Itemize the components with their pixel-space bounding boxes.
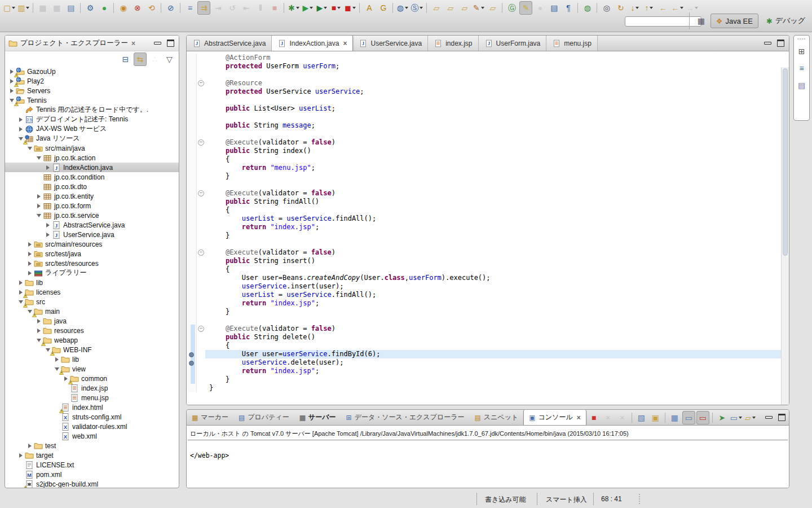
tree-item-validator-rules-xml[interactable]: Xvalidator-rules.xml [5, 422, 179, 431]
annotation-ruler[interactable] [187, 79, 196, 87]
fold-ruler[interactable] [196, 189, 205, 198]
tree-item-jp-co-tk-service[interactable]: jp.co.tk.service [5, 211, 179, 220]
perspective-javaee-button[interactable]: ❖Java EE [710, 14, 758, 28]
tree-item-userservice-java[interactable]: JUserService.java [5, 230, 179, 239]
annotation-ruler[interactable] [187, 257, 196, 265]
back-button[interactable]: ← [670, 1, 684, 15]
code-text[interactable]: User user=Beans.createAndCopy(User.class… [205, 274, 782, 282]
trace-button[interactable]: ⇉ [197, 1, 210, 15]
annotation-ruler[interactable] [187, 265, 196, 274]
scrollbar-thumb[interactable] [783, 68, 788, 256]
terminate-console-button[interactable]: ■ [588, 411, 601, 424]
open-console-button[interactable]: ▱ [744, 411, 757, 424]
tree-item-test[interactable]: test [5, 441, 179, 450]
annotation-ruler[interactable] [187, 291, 196, 299]
expand-arrow-icon[interactable] [16, 281, 25, 285]
annotation-ruler[interactable] [187, 282, 196, 291]
expand-arrow-icon[interactable] [25, 444, 34, 448]
expand-arrow-icon[interactable] [16, 127, 25, 132]
expand-arrow-icon[interactable] [16, 117, 25, 122]
tree-item-item[interactable]: ライブラリー [5, 268, 179, 278]
web-browser-button[interactable]: ◍ [581, 1, 594, 15]
tree-item-src-test-java[interactable]: src/test/java [5, 249, 179, 259]
show-view-list-button[interactable]: ▤ [548, 1, 561, 15]
tomcat-restart-button[interactable]: ⟲ [145, 1, 158, 15]
expand-arrow-icon[interactable] [43, 165, 52, 170]
collapse-arrow-icon[interactable] [25, 147, 34, 150]
expand-arrow-icon[interactable] [34, 204, 43, 208]
expand-arrow-icon[interactable] [34, 319, 43, 323]
print-button[interactable]: ▤ [64, 1, 77, 15]
clear-console-button[interactable]: ▧ [635, 411, 648, 424]
tab-item[interactable]: ▤スニペット [469, 410, 523, 425]
code-text[interactable]: public String findAll() [205, 198, 782, 206]
annotation-ruler[interactable] [187, 367, 196, 375]
debug-button[interactable]: ✱ [287, 1, 300, 15]
code-text[interactable] [205, 316, 782, 325]
code-text[interactable] [205, 113, 782, 121]
tree-item-webapp[interactable]: webapp [5, 335, 179, 345]
tree-item-lib[interactable]: lib [5, 354, 179, 364]
code-text[interactable]: @Execute(validator = false) [205, 325, 782, 333]
code-text[interactable]: { [205, 265, 782, 274]
tab-abstractservice-java[interactable]: JAbstractService.java [187, 36, 272, 51]
annotation-ruler[interactable] [187, 299, 196, 308]
synchronize-button[interactable]: ↻ [614, 1, 627, 15]
code-text[interactable]: } [205, 384, 782, 392]
expand-arrow-icon[interactable] [43, 223, 52, 227]
maximize-console-button[interactable] [778, 414, 785, 421]
code-text[interactable] [205, 181, 782, 189]
annotation-ruler[interactable] [187, 316, 196, 325]
tree-item-index-jsp[interactable]: index.jsp [5, 383, 179, 393]
code-text[interactable]: @ActionForm [205, 54, 782, 62]
code-text[interactable]: userService.delete(user); [205, 358, 782, 367]
tree-item-jp-co-tk-dto[interactable]: jp.co.tk.dto [5, 182, 179, 191]
annotation-ruler[interactable] [187, 231, 196, 240]
open-package-button[interactable]: ▱ [444, 1, 457, 15]
annotation-ruler[interactable] [187, 333, 196, 341]
tree-item-common[interactable]: common [5, 374, 179, 383]
external-tools-button[interactable]: ⚙ [83, 1, 96, 15]
close-view-icon[interactable]: × [131, 40, 135, 47]
tree-item-licenses[interactable]: licenses [5, 287, 179, 297]
new-menu-button[interactable]: ▥ [17, 1, 30, 15]
code-text[interactable]: protected UserForm userForm; [205, 62, 782, 71]
stop-server-button[interactable]: ■ [329, 1, 342, 15]
annotate-button[interactable]: ✎ [472, 1, 485, 15]
tree-item-jp-co-tk-action[interactable]: jp.co.tk.action [5, 153, 179, 163]
annotation-ruler[interactable] [187, 214, 196, 223]
run-button[interactable]: ▶ [301, 1, 314, 15]
collapse-fold-icon[interactable] [198, 326, 204, 332]
dolteng-disable-button[interactable]: ⊘ [164, 1, 177, 15]
tree-item-src-test-resources[interactable]: src/test/resources [5, 259, 179, 268]
tree-item-src-main-java[interactable]: src/main/java [5, 143, 179, 153]
expand-arrow-icon[interactable] [52, 357, 61, 362]
code-text[interactable]: public String delete() [205, 333, 782, 341]
run-coverage-button[interactable]: ▶ [315, 1, 328, 15]
tab-item[interactable]: ▣コンソール× [523, 410, 586, 425]
tree-item-tennis[interactable]: 2.5デプロイメント記述子: Tennis [5, 115, 179, 124]
tab-indexaction-java[interactable]: JIndexAction.java× [272, 36, 353, 51]
relaunch-button[interactable]: ◼ [343, 1, 356, 15]
show-whitespace-button[interactable]: ¶ [562, 1, 575, 15]
tree-item-web-xml[interactable]: Xweb.xml [5, 431, 179, 441]
previous-annotation-button[interactable]: ↑ [642, 1, 655, 15]
tomcat-stop-button[interactable]: ⊗ [131, 1, 144, 15]
minimize-editor-button[interactable] [764, 42, 771, 45]
editor-scrollbar[interactable] [781, 67, 789, 405]
annotation-ruler[interactable] [187, 248, 196, 257]
code-text[interactable]: return "index.jsp"; [205, 367, 782, 375]
code-text[interactable] [205, 96, 782, 104]
new-web-service-button[interactable]: ◍ [396, 1, 409, 15]
tab-userservice-java[interactable]: JUserService.java [353, 36, 428, 51]
code-text[interactable]: return "menu.jsp"; [205, 164, 782, 172]
show-on-stdout-button[interactable]: ▭ [682, 411, 695, 424]
tree-item-tennis[interactable]: Tennis 用の記述子をロード中です。. [5, 105, 179, 115]
outline-view-button[interactable]: ≡ [796, 62, 808, 75]
tree-item-web-inf[interactable]: WEB-INF [5, 345, 179, 354]
code-text[interactable]: } [205, 375, 782, 384]
expand-arrow-icon[interactable] [25, 242, 34, 247]
code-text[interactable]: @Resource [205, 79, 782, 87]
new-groovy-class-button[interactable]: G [377, 1, 390, 15]
tree-item-gazouup[interactable]: GazouUp [5, 67, 179, 76]
